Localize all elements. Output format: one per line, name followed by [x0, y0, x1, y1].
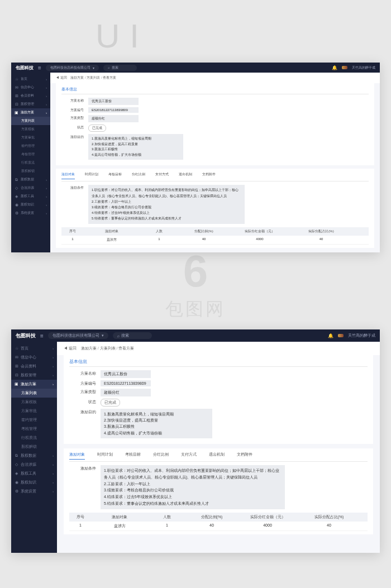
chevron-right-icon: › [53, 347, 54, 350]
tab[interactable]: 分红比例 [132, 172, 145, 179]
sidebar-item[interactable]: ✉信息中心› [11, 353, 57, 362]
sidebar-subitem[interactable]: 股权解锁 [11, 442, 57, 451]
sidebar-item[interactable]: ◈股权工具› [11, 192, 50, 200]
tab[interactable]: 支付方式 [155, 172, 169, 179]
tab[interactable]: 考核目标 [108, 172, 122, 179]
crumb-1[interactable]: 激励方案 [81, 346, 97, 350]
avatar[interactable] [342, 66, 347, 69]
detail-card: 激励对象时间计划考核目标分红比例支付方式退出机制文档附件 激励条件 1.职位要求… [64, 448, 373, 534]
sidebar-item[interactable]: ◉股权知识› [11, 200, 50, 209]
tab[interactable]: 时间计划 [85, 172, 98, 179]
crumb-2[interactable]: 方案列表 [87, 76, 100, 79]
sidebar-item[interactable]: ☆首页› [11, 75, 50, 83]
sidebar-subitem[interactable]: 考核管理 [11, 150, 50, 159]
td: 1 [140, 237, 179, 242]
detail-card: 激励对象时间计划考核目标分红比例支付方式退出机制文档附件 激励条件 1.职位要求… [56, 169, 374, 247]
tab[interactable]: 激励对象 [69, 452, 85, 460]
tab[interactable]: 激励对象 [61, 172, 75, 179]
goal-line: 1.股激高质量化标准局上，缩短项目周期 [104, 411, 209, 417]
sidebar-label: 首页 [21, 77, 44, 82]
goal-line: 4.提高公司销售额，扩大市场份额 [92, 152, 180, 158]
sidebar-item[interactable]: ▣激励方案› [11, 108, 50, 117]
goal-line: 1.股激高质量化标准局上，缩短项目周期 [92, 136, 180, 142]
sidebar-item[interactable]: ◇合法涉源› [11, 460, 57, 469]
content: ◀ 返回 激励方案 / 方案列表 / 查看方案 基本信息 方案名称优秀员工股份 … [57, 342, 380, 553]
tab[interactable]: 退出机制 [209, 452, 225, 460]
label-status: 状态 [61, 125, 84, 130]
sidebar-item[interactable]: ⊞会员资料› [11, 362, 57, 371]
sidebar-item[interactable]: ⊞会员资料› [11, 92, 50, 100]
table-header: 序号激励对象人数分配比例(%)实际分红金额（元）实际分配占比(%) [69, 513, 368, 522]
tabs: 激励对象时间计划考核目标分红比例支付方式退出机制文档附件 [61, 172, 369, 181]
sidebar-item[interactable]: ◉股权知识› [11, 478, 57, 487]
sidebar-icon: ⊞ [15, 364, 18, 369]
org-selector[interactable]: 包图科技信息科技有限公司 ▾ [46, 65, 99, 71]
th: 人数 [140, 229, 179, 234]
avatar[interactable] [338, 334, 344, 337]
tab[interactable]: 文档附件 [202, 172, 216, 179]
sidebar-item[interactable]: ⊟股权管理› [11, 371, 57, 380]
sidebar-item[interactable]: ⧉股权数据› [11, 175, 50, 184]
section-title: 基本信息 [69, 358, 368, 367]
sidebar-subitem[interactable]: 方案列表 [11, 389, 57, 398]
sidebar-subitem[interactable]: 考核管理 [11, 424, 57, 433]
back-link[interactable]: ◀ 返回 [56, 76, 67, 79]
value-name: 优秀员工股份 [101, 370, 151, 378]
sidebar-subitem[interactable]: 行权质流 [11, 433, 57, 442]
org-selector[interactable]: 包图科技信息科技有限公司 ▾ [48, 332, 108, 339]
tab[interactable]: 考核目标 [125, 452, 141, 460]
bell-icon[interactable]: 🔔 [328, 333, 333, 338]
tab[interactable]: 文档附件 [237, 452, 252, 460]
label-name: 方案名称 [69, 370, 96, 376]
back-link[interactable]: ◀ 返回 [64, 346, 77, 350]
sidebar-item[interactable]: ⊟股权管理› [11, 100, 50, 108]
sidebar-item[interactable]: ▣激励方案› [11, 380, 57, 389]
mockup-top: 包图科技 ≡ 包图科技信息科技有限公司 ▾ ⌕ 搜索 🔔 天竺高的醉于成 ☆首页… [11, 63, 380, 252]
sidebar-subitem[interactable]: 方案模板 [11, 398, 57, 407]
tabs: 激励对象时间计划考核目标分红比例支付方式退出机制文档附件 [69, 452, 368, 462]
search-input[interactable]: ⌕ 搜索 [103, 65, 137, 71]
cond-line: 4.特殊要求：过去5年绩效体系优良以上 [92, 210, 241, 216]
search-placeholder: 搜索 [121, 333, 129, 338]
td: 直涉方 [84, 237, 140, 242]
sidebar-item[interactable]: ◈股权工具› [11, 469, 57, 478]
crumb-1[interactable]: 激励方案 [70, 76, 84, 79]
sidebar-subitem[interactable]: 方案模板 [11, 125, 50, 133]
chevron-right-icon: › [53, 472, 54, 475]
sidebar-subitem[interactable]: 方案审批 [11, 133, 50, 142]
hamburger-icon[interactable]: ≡ [38, 65, 41, 71]
label-code: 方案编号 [61, 107, 84, 113]
cond-line: 4.特殊要求：过去5年绩效体系优良以上 [104, 494, 282, 500]
sidebar-subitem[interactable]: 行权质流 [11, 159, 50, 167]
sidebar-item[interactable]: ✉信息中心› [11, 83, 50, 92]
sidebar-item[interactable]: ⧉股权数据› [11, 451, 57, 460]
cond-line: 2.工龄要求：入职一年以上 [92, 199, 241, 204]
hamburger-icon[interactable]: ≡ [40, 333, 44, 339]
td: 1 [147, 523, 187, 529]
crumb-2[interactable]: 方案列表 [100, 346, 116, 350]
sidebar-subitem[interactable]: 股权解锁 [11, 167, 50, 175]
watermark: 6 包图网 [165, 246, 226, 322]
chevron-right-icon: › [46, 103, 47, 106]
sidebar-label: 股权数据 [21, 453, 50, 458]
search-input[interactable]: ⌕ 搜索 [113, 332, 152, 339]
tab[interactable]: 支付方式 [181, 452, 197, 460]
username: 天竺高的醉于成 [348, 333, 375, 338]
tab[interactable]: 分红比例 [153, 452, 169, 460]
sidebar-item[interactable]: ☆首页› [11, 344, 57, 353]
bell-icon[interactable]: 🔔 [332, 65, 337, 70]
cond-line: 5.特殊要求：董事会认定的特殊激励人才或未来高成长性人才 [104, 500, 282, 507]
tab[interactable]: 时间计划 [97, 452, 113, 460]
sidebar-subitem[interactable]: 方案审批 [11, 407, 57, 415]
sidebar-subitem[interactable]: 签约管理 [11, 142, 50, 150]
sidebar-label: 股权管理 [21, 102, 44, 107]
sidebar-label: 信息中心 [21, 355, 50, 360]
sidebar-item[interactable]: ⚙系统设置› [11, 209, 50, 217]
content: ◀ 返回 激励方案 / 方案列表 / 查看方案 基本信息 方案名称 优秀员工股份… [50, 73, 380, 252]
basic-info-card: 基本信息 方案名称 优秀员工股份 方案编号 ES2018122711383980… [56, 83, 374, 165]
tab[interactable]: 退出机制 [179, 172, 192, 179]
sidebar-item[interactable]: ⚙系统设置› [11, 487, 57, 496]
sidebar-subitem[interactable]: 签约管理 [11, 415, 57, 424]
sidebar-item[interactable]: ◇合法涉源› [11, 184, 50, 192]
sidebar-subitem[interactable]: 方案列表 [11, 117, 50, 125]
